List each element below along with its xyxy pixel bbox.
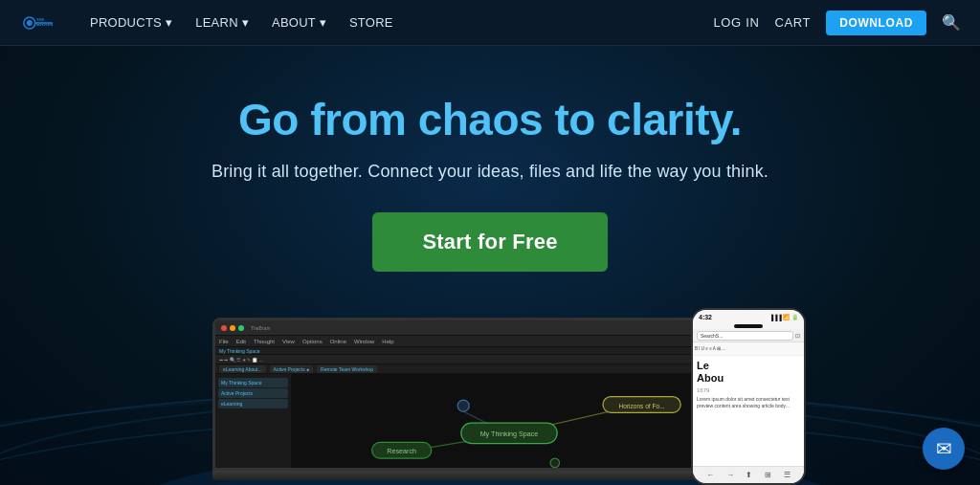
phone-statusbar: 4:32 ▐▐▐ 📶 🔋 [693, 310, 804, 323]
tab-remote-team: Remote Team Workshop [317, 365, 377, 373]
svg-text:BRAIN: BRAIN [36, 21, 53, 27]
chat-button[interactable]: ✉ [923, 428, 965, 470]
hero-content: Go from chaos to clarity. Bring it all t… [212, 46, 768, 272]
laptop-sidebar: My Thinking Space Active Projects eLearn… [215, 374, 292, 468]
phone-toolbar-icon-2: → [726, 471, 734, 479]
menu-options: Options [302, 339, 323, 344]
window-title: TheBrain [251, 325, 703, 331]
tab-elearning: eLearning About... [219, 365, 266, 373]
devices-area: TheBrain — □ ✕ File Edit Thought View Op… [117, 313, 863, 485]
cart-link[interactable]: CART [774, 15, 811, 30]
svg-text:Research: Research [387, 448, 416, 455]
logo[interactable]: THE BRAIN [19, 11, 54, 34]
menu-edit: Edit [236, 339, 246, 344]
phone-article-title: LeAbou [697, 360, 800, 385]
hero-subtitle: Bring it all together. Connect your idea… [212, 162, 768, 182]
sidebar-thinking-space: My Thinking Space [218, 378, 288, 387]
hero-section: Go from chaos to clarity. Bring it all t… [0, 46, 980, 485]
maximize-dot [238, 325, 244, 331]
menu-help: Help [382, 339, 393, 344]
laptop-mockup: TheBrain — □ ✕ File Edit Thought View Op… [212, 318, 748, 485]
mindmap-svg: My Thinking Space Research Horizons of F… [292, 374, 726, 468]
menu-file: File [219, 339, 229, 344]
phone-article-body: Lorem ipsum dolor sit amet consectetur t… [697, 396, 800, 409]
nav-item-about[interactable]: ABOUT ▾ [262, 10, 336, 35]
close-dot [221, 325, 227, 331]
svg-text:My Thinking Space: My Thinking Space [480, 430, 539, 438]
location-bar: My Thinking Space [215, 347, 726, 355]
phone-toolbar-icon-5: ☰ [784, 471, 791, 479]
phone-toolbar-icon-4: ⊞ [765, 471, 771, 479]
menu-thought: Thought [254, 339, 275, 344]
icon-toolbar: ⬅ ➡ 🔍 ☰ ★ ✎ 📋 ... [215, 355, 726, 364]
tab-active-projects: Active Projects ● [270, 365, 313, 373]
download-button[interactable]: DOWNLOAD [826, 11, 926, 35]
minimize-dot [230, 325, 235, 331]
svg-point-21 [550, 458, 560, 468]
search-icon[interactable]: 🔍 [942, 13, 961, 32]
phone-article-count: 1679 [697, 387, 800, 393]
phone-screen: 4:32 ▐▐▐ 📶 🔋 SearchS... ⊡ B I U ≡ ≡ A ⊞ … [693, 310, 804, 483]
phone-toolbar-icon-3: ⬆ [746, 471, 752, 479]
nav-right: LOG IN CART DOWNLOAD 🔍 [713, 11, 961, 35]
cta-button[interactable]: Start for Free [372, 212, 607, 272]
phone-notch [734, 324, 763, 328]
laptop-content-area: My Thinking Space Active Projects eLearn… [215, 374, 726, 468]
nav-links: PRODUCTS ▾ LEARN ▾ ABOUT ▾ STORE [80, 10, 713, 35]
phone-nav-icon: ⊡ [795, 332, 800, 339]
edit-icons: B I U ≡ ≡ A ⊞ ... [695, 346, 725, 351]
login-link[interactable]: LOG IN [713, 15, 759, 30]
phone-content: LeAbou 1679 Lorem ipsum dolor sit amet c… [693, 356, 804, 466]
nav-item-products[interactable]: PRODUCTS ▾ [80, 10, 182, 35]
phone-urlbar: SearchS... ⊡ [693, 329, 804, 342]
menu-window: Window [354, 339, 374, 344]
phone-bottom-toolbar: ← → ⬆ ⊞ ☰ [693, 466, 804, 483]
menu-online: Online [330, 339, 346, 344]
hero-title: Go from chaos to clarity. [238, 96, 742, 144]
chat-icon: ✉ [936, 437, 952, 460]
sidebar-elearning: eLearning [218, 399, 288, 408]
svg-point-1 [27, 20, 33, 26]
laptop-tabs: eLearning About... Active Projects ● Rem… [215, 364, 726, 374]
phone-mockup: 4:32 ▐▐▐ 📶 🔋 SearchS... ⊡ B I U ≡ ≡ A ⊞ … [691, 308, 806, 485]
location-text: My Thinking Space [219, 348, 259, 354]
toolbar-icons: ⬅ ➡ 🔍 ☰ ★ ✎ 📋 ... [219, 357, 263, 363]
phone-time: 4:32 [699, 314, 712, 320]
phone-edit-toolbar: B I U ≡ ≡ A ⊞ ... [693, 342, 804, 356]
laptop-screen: TheBrain — □ ✕ File Edit Thought View Op… [212, 318, 729, 471]
phone-toolbar-icon-1: ← [706, 471, 714, 479]
menu-view: View [282, 339, 295, 344]
svg-point-20 [457, 400, 469, 411]
laptop-base [212, 471, 748, 480]
sidebar-active: Active Projects [218, 388, 288, 398]
laptop-menubar: File Edit Thought View Options Online Wi… [215, 336, 726, 347]
laptop-toolbar: TheBrain — □ ✕ [215, 320, 726, 336]
phone-url: SearchS... [697, 331, 793, 341]
navbar: THE BRAIN PRODUCTS ▾ LEARN ▾ ABOUT ▾ STO… [0, 0, 980, 46]
nav-item-store[interactable]: STORE [340, 10, 403, 35]
nav-item-learn[interactable]: LEARN ▾ [186, 10, 258, 35]
laptop-main-view: My Thinking Space Research Horizons of F… [292, 374, 726, 468]
phone-status-icons: ▐▐▐ 📶 🔋 [769, 314, 798, 320]
svg-text:Horizons of Fo...: Horizons of Fo... [619, 403, 665, 409]
